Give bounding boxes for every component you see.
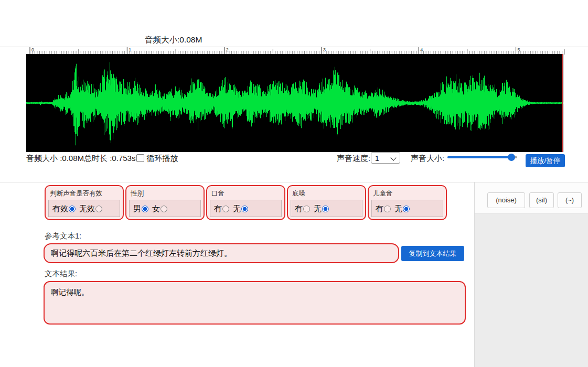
speed-select[interactable]: 1 xyxy=(371,152,400,164)
waveform-display[interactable] xyxy=(26,54,563,152)
radio-label: 有 xyxy=(214,204,222,213)
radio-option: 有 xyxy=(214,204,229,213)
radio-option: 女 xyxy=(152,204,167,213)
radio-accent-no[interactable] xyxy=(241,206,248,212)
radio-label: 无 xyxy=(233,204,241,213)
play-pause-button[interactable]: 播放/暂停 xyxy=(526,154,565,167)
svg-text:5: 5 xyxy=(518,47,520,52)
fieldset-legend: 口音 xyxy=(211,189,224,198)
svg-text:4: 4 xyxy=(420,47,423,52)
page: 音频大小:0.08M 012345 音频大小 :0.08M总时长 :0.753s… xyxy=(0,0,588,367)
radio-option: 无 xyxy=(314,204,329,213)
reference-text-label: 参考文本1: xyxy=(45,231,81,241)
tag-sil-button[interactable]: (sil) xyxy=(529,192,554,208)
svg-text:2: 2 xyxy=(226,47,229,52)
radio-label: 有效 xyxy=(52,204,68,213)
result-text-label: 文本结果: xyxy=(45,269,77,279)
audio-size-title: 音频大小:0.08M xyxy=(145,35,202,46)
fieldset-background-noise: 底噪 有无 xyxy=(287,185,366,220)
radio-gender-female[interactable] xyxy=(161,206,167,212)
radio-option: 有 xyxy=(295,204,310,213)
chevron-down-icon xyxy=(390,155,396,160)
audio-info-text: 音频大小 :0.08M总时长 :0.753s xyxy=(26,154,135,163)
radio-label: 有 xyxy=(376,204,383,213)
radio-label: 女 xyxy=(152,204,160,213)
radio-valid-no[interactable] xyxy=(95,206,102,212)
radio-option: 有 xyxy=(376,204,391,213)
loop-checkbox[interactable] xyxy=(136,154,144,162)
radio-label: 无 xyxy=(314,204,322,213)
speed-value: 1 xyxy=(375,154,379,163)
radio-option: 无效 xyxy=(79,204,102,213)
svg-text:0: 0 xyxy=(31,47,34,52)
waveform-canvas[interactable] xyxy=(26,54,563,152)
svg-text:3: 3 xyxy=(323,47,326,52)
fieldset-legend: 底噪 xyxy=(292,189,305,198)
radio-group-child-voice: 有无 xyxy=(371,200,443,217)
volume-slider[interactable] xyxy=(447,153,517,161)
radio-label: 有 xyxy=(295,204,303,213)
fieldset-voice-valid: 判断声音是否有效 有效无效 xyxy=(45,185,124,220)
radio-group-accent: 有无 xyxy=(210,200,282,217)
result-textarea[interactable]: 啊记得呢。 xyxy=(44,281,466,325)
fieldset-accent: 口音 有无 xyxy=(206,185,285,220)
speed-label: 声音速度: xyxy=(337,154,370,164)
ruler-ticks: 012345 xyxy=(0,47,588,55)
timeline-ruler[interactable]: 012345 xyxy=(0,47,588,55)
reference-text-input[interactable]: 啊记得呢六百米后在第二个红绿灯左转前方红绿灯。 xyxy=(44,243,399,263)
radio-option: 无 xyxy=(394,204,410,213)
radio-child-yes[interactable] xyxy=(384,206,391,212)
tag-panel: (noise) (sil) (~) xyxy=(474,182,588,367)
radio-label: 无 xyxy=(394,204,402,213)
playhead-line xyxy=(562,54,563,152)
fieldset-legend: 儿童音 xyxy=(373,189,393,198)
radio-child-no[interactable] xyxy=(403,206,410,212)
radio-group-background-noise: 有无 xyxy=(291,200,362,217)
tag-tilde-button[interactable]: (~) xyxy=(558,192,582,208)
fieldset-legend: 判断声音是否有效 xyxy=(50,189,102,198)
radio-noise-yes[interactable] xyxy=(303,206,310,212)
copy-to-result-button[interactable]: 复制到文本结果 xyxy=(401,246,464,261)
loop-label: 循环播放 xyxy=(146,154,178,163)
radio-option: 有效 xyxy=(52,204,76,213)
radio-option: 无 xyxy=(233,204,248,213)
volume-label: 声音大小: xyxy=(411,154,444,164)
radio-group-gender: 男女 xyxy=(129,200,201,217)
svg-text:1: 1 xyxy=(129,47,131,52)
fieldset-child-voice: 儿童音 有无 xyxy=(368,185,447,220)
radio-accent-yes[interactable] xyxy=(222,206,229,212)
radio-group-voice-valid: 有效无效 xyxy=(48,200,120,217)
radio-gender-male[interactable] xyxy=(142,206,148,212)
fieldset-gender: 性别 男女 xyxy=(125,185,205,220)
tag-button-strip: (noise) (sil) (~) xyxy=(475,182,588,214)
fieldset-legend: 性别 xyxy=(131,189,144,198)
volume-slider-fill xyxy=(447,156,511,158)
radio-noise-no[interactable] xyxy=(322,206,329,212)
radio-option: 男 xyxy=(133,204,148,213)
radio-label: 男 xyxy=(133,204,141,213)
audio-info-row: 音频大小 :0.08M总时长 :0.753s循环播放 xyxy=(26,154,178,164)
tag-noise-button[interactable]: (noise) xyxy=(487,192,525,208)
volume-slider-thumb[interactable] xyxy=(508,154,515,161)
radio-valid-yes[interactable] xyxy=(69,206,76,212)
radio-label: 无效 xyxy=(79,204,95,213)
